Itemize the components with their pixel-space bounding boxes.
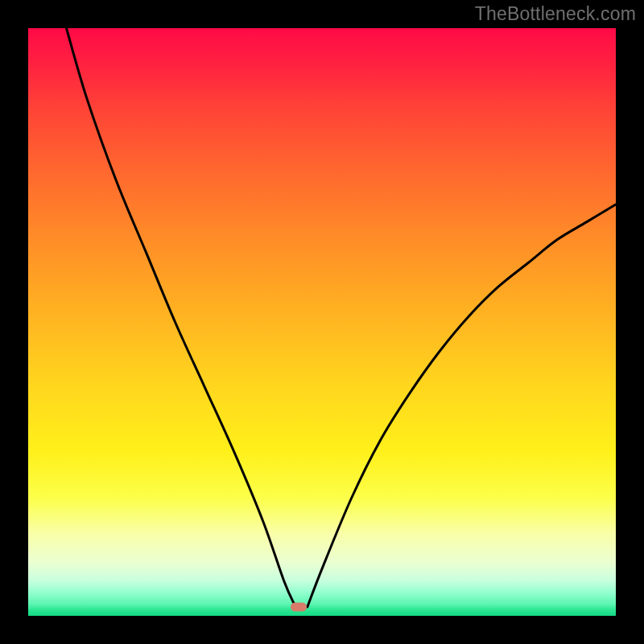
chart-frame: TheBottleneck.com bbox=[0, 0, 644, 644]
minimum-marker bbox=[291, 603, 307, 612]
watermark-text: TheBottleneck.com bbox=[475, 3, 636, 25]
bottleneck-curve bbox=[28, 28, 616, 616]
plot-area bbox=[28, 28, 616, 616]
